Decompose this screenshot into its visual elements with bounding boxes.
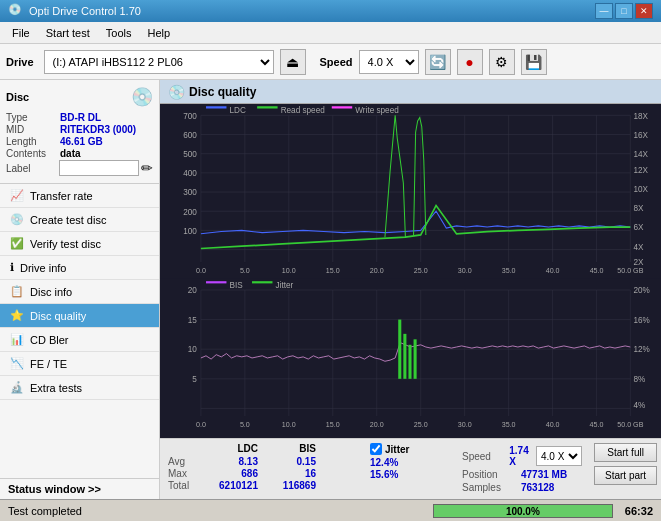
- avg-label: Avg: [168, 456, 200, 467]
- svg-rect-90: [398, 320, 401, 379]
- progress-bar: 100.0%: [433, 504, 613, 518]
- svg-text:16X: 16X: [633, 129, 648, 139]
- svg-text:25.0: 25.0: [414, 266, 428, 275]
- svg-text:35.0: 35.0: [502, 420, 516, 429]
- total-label: Total: [168, 480, 200, 491]
- ldc-total: 6210121: [206, 480, 258, 491]
- fe-te-label: FE / TE: [30, 358, 67, 370]
- save-button[interactable]: 💾: [521, 49, 547, 75]
- svg-text:5.0: 5.0: [240, 420, 250, 429]
- jitter-column: Jitter 12.4% 15.6%: [370, 443, 450, 481]
- svg-text:500: 500: [183, 149, 197, 159]
- menu-tools[interactable]: Tools: [98, 25, 140, 41]
- titlebar: 💿 Opti Drive Control 1.70 — □ ✕: [0, 0, 661, 22]
- svg-rect-94: [206, 281, 226, 283]
- nav-create-test-disc[interactable]: 💿 Create test disc: [0, 208, 159, 232]
- settings-button[interactable]: ⚙: [489, 49, 515, 75]
- color-button[interactable]: ●: [457, 49, 483, 75]
- nav-disc-quality[interactable]: ⭐ Disc quality: [0, 304, 159, 328]
- disc-quality-icon: ⭐: [10, 309, 24, 322]
- mid-value: RITEKDR3 (000): [60, 124, 136, 135]
- create-test-disc-icon: 💿: [10, 213, 24, 226]
- svg-text:Write speed: Write speed: [355, 105, 399, 115]
- disc-label-label: Label: [6, 163, 59, 174]
- jitter-checkbox[interactable]: [370, 443, 382, 455]
- svg-text:45.0: 45.0: [590, 266, 604, 275]
- top-chart: 700 600 500 400 300 200 100 18X 16X 14X …: [160, 104, 661, 279]
- nav-extra-tests[interactable]: 🔬 Extra tests: [0, 376, 159, 400]
- drive-label: Drive: [6, 56, 34, 68]
- status-window-button[interactable]: Status window >>: [0, 478, 159, 499]
- svg-text:Read speed: Read speed: [281, 105, 325, 115]
- svg-text:20.0: 20.0: [370, 420, 384, 429]
- svg-text:12%: 12%: [633, 344, 650, 354]
- svg-text:50.0 GB: 50.0 GB: [617, 420, 643, 429]
- start-full-button[interactable]: Start full: [594, 443, 657, 462]
- cd-bler-icon: 📊: [10, 333, 24, 346]
- statusbar: Test completed 100.0% 66:32: [0, 499, 661, 521]
- svg-text:15.0: 15.0: [326, 420, 340, 429]
- menu-help[interactable]: Help: [139, 25, 178, 41]
- ldc-max: 686: [206, 468, 258, 479]
- svg-text:16%: 16%: [633, 315, 650, 325]
- label-input[interactable]: [59, 160, 139, 176]
- transfer-rate-label: Transfer rate: [30, 190, 93, 202]
- nav-verify-test-disc[interactable]: ✅ Verify test disc: [0, 232, 159, 256]
- jitter-header: Jitter: [385, 444, 409, 455]
- menu-start-test[interactable]: Start test: [38, 25, 98, 41]
- maximize-button[interactable]: □: [615, 3, 633, 19]
- bis-total: 116869: [264, 480, 316, 491]
- jitter-avg: 12.4%: [370, 457, 450, 468]
- svg-text:10X: 10X: [633, 184, 648, 194]
- ldc-col-header: LDC: [206, 443, 258, 454]
- svg-text:4X: 4X: [633, 241, 643, 251]
- refresh-button[interactable]: 🔄: [425, 49, 451, 75]
- svg-text:20: 20: [188, 285, 197, 295]
- disc-icon: 💿: [131, 86, 153, 108]
- bis-max: 16: [264, 468, 316, 479]
- speed-value: 1.74 X: [509, 445, 532, 467]
- nav-fe-te[interactable]: 📉 FE / TE: [0, 352, 159, 376]
- svg-text:300: 300: [183, 187, 197, 197]
- drive-select[interactable]: (I:) ATAPI iHBS112 2 PL06: [44, 50, 274, 74]
- svg-text:LDC: LDC: [230, 105, 246, 115]
- nav-disc-info[interactable]: 📋 Disc info: [0, 280, 159, 304]
- svg-text:35.0: 35.0: [502, 266, 516, 275]
- start-part-button[interactable]: Start part: [594, 466, 657, 485]
- disc-info-label: Disc info: [30, 286, 72, 298]
- start-buttons: Start full Start part: [594, 443, 657, 485]
- speed-info: Speed 1.74 X 4.0 X Position 47731 MB Sam…: [462, 443, 582, 495]
- nav-cd-bler[interactable]: 📊 CD Bler: [0, 328, 159, 352]
- contents-value: data: [60, 148, 81, 159]
- svg-rect-51: [332, 106, 352, 108]
- svg-rect-93: [414, 339, 417, 378]
- menu-file[interactable]: File: [4, 25, 38, 41]
- close-button[interactable]: ✕: [635, 3, 653, 19]
- nav-drive-info[interactable]: ℹ Drive info: [0, 256, 159, 280]
- drive-info-icon: ℹ: [10, 261, 14, 274]
- chart-header-icon: 💿: [168, 84, 185, 100]
- nav-transfer-rate[interactable]: 📈 Transfer rate: [0, 184, 159, 208]
- svg-rect-49: [257, 106, 277, 108]
- svg-rect-96: [252, 281, 272, 283]
- eject-button[interactable]: ⏏: [280, 49, 306, 75]
- edit-label-button[interactable]: ✏: [141, 160, 153, 176]
- contents-label: Contents: [6, 148, 60, 159]
- svg-text:4%: 4%: [633, 400, 645, 410]
- svg-text:10.0: 10.0: [282, 266, 296, 275]
- speed-select-2[interactable]: 4.0 X: [536, 446, 582, 466]
- speed-select[interactable]: 4.0 X: [359, 50, 419, 74]
- length-label: Length: [6, 136, 60, 147]
- verify-test-disc-icon: ✅: [10, 237, 24, 250]
- svg-text:10.0: 10.0: [282, 420, 296, 429]
- disc-info-icon: 📋: [10, 285, 24, 298]
- minimize-button[interactable]: —: [595, 3, 613, 19]
- svg-text:100: 100: [183, 225, 197, 235]
- type-value: BD-R DL: [60, 112, 101, 123]
- svg-rect-0: [160, 104, 661, 279]
- extra-tests-label: Extra tests: [30, 382, 82, 394]
- chart-title: Disc quality: [189, 85, 256, 99]
- disc-quality-label: Disc quality: [30, 310, 86, 322]
- svg-text:0.0: 0.0: [196, 420, 206, 429]
- svg-text:15.0: 15.0: [326, 266, 340, 275]
